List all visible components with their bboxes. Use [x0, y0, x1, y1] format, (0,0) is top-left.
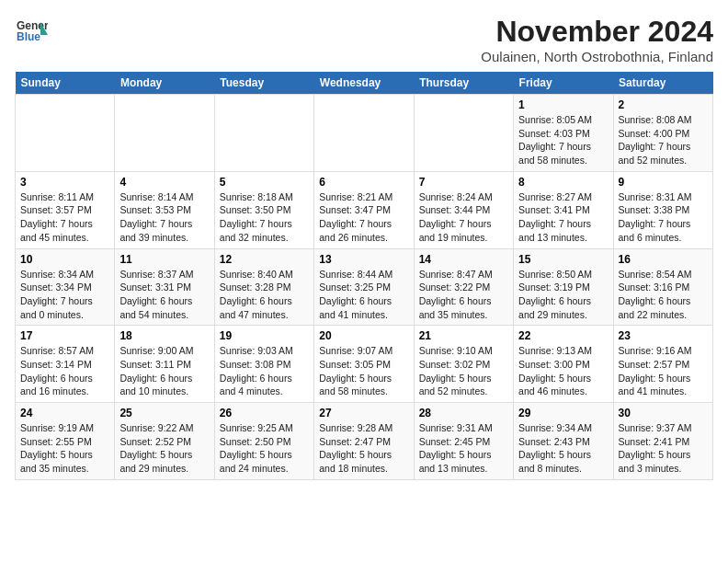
- weekday-header-wednesday: Wednesday: [314, 72, 414, 95]
- day-number: 17: [20, 329, 109, 342]
- calendar-cell: [115, 95, 214, 172]
- day-info: Sunrise: 8:27 AM Sunset: 3:41 PM Dayligh…: [518, 190, 608, 245]
- day-info: Sunrise: 8:34 AM Sunset: 3:34 PM Dayligh…: [20, 268, 109, 322]
- day-info: Sunrise: 8:18 AM Sunset: 3:50 PM Dayligh…: [220, 190, 309, 245]
- calendar-cell: 1Sunrise: 8:05 AM Sunset: 4:03 PM Daylig…: [514, 95, 613, 172]
- day-number: 28: [419, 407, 508, 419]
- month-title: November 2024: [481, 15, 713, 49]
- calendar-cell: 27Sunrise: 9:28 AM Sunset: 2:47 PM Dayli…: [314, 403, 414, 480]
- calendar-cell: 22Sunrise: 9:13 AM Sunset: 3:00 PM Dayli…: [514, 326, 613, 403]
- day-number: 13: [319, 253, 408, 266]
- day-number: 14: [419, 253, 508, 266]
- calendar-cell: 15Sunrise: 8:50 AM Sunset: 3:19 PM Dayli…: [514, 248, 613, 326]
- day-number: 9: [619, 176, 708, 189]
- day-info: Sunrise: 9:10 AM Sunset: 3:02 PM Dayligh…: [419, 344, 508, 398]
- weekday-header-monday: Monday: [115, 72, 214, 95]
- day-info: Sunrise: 8:31 AM Sunset: 3:38 PM Dayligh…: [619, 190, 708, 245]
- calendar-cell: 14Sunrise: 8:47 AM Sunset: 3:22 PM Dayli…: [414, 248, 513, 326]
- calendar-cell: 2Sunrise: 8:08 AM Sunset: 4:00 PM Daylig…: [613, 95, 712, 172]
- day-info: Sunrise: 8:21 AM Sunset: 3:47 PM Dayligh…: [319, 190, 408, 245]
- day-number: 3: [20, 176, 109, 189]
- day-number: 5: [220, 176, 309, 189]
- calendar-cell: 7Sunrise: 8:24 AM Sunset: 3:44 PM Daylig…: [414, 171, 513, 248]
- day-info: Sunrise: 9:22 AM Sunset: 2:52 PM Dayligh…: [119, 421, 209, 476]
- day-info: Sunrise: 8:05 AM Sunset: 4:03 PM Dayligh…: [518, 113, 608, 167]
- day-number: 30: [619, 407, 708, 419]
- calendar-cell: 19Sunrise: 9:03 AM Sunset: 3:08 PM Dayli…: [214, 326, 313, 403]
- day-info: Sunrise: 9:37 AM Sunset: 2:41 PM Dayligh…: [619, 421, 708, 476]
- calendar-cell: 20Sunrise: 9:07 AM Sunset: 3:05 PM Dayli…: [314, 326, 414, 403]
- calendar-cell: 11Sunrise: 8:37 AM Sunset: 3:31 PM Dayli…: [115, 248, 214, 326]
- day-number: 1: [518, 98, 608, 111]
- day-info: Sunrise: 8:08 AM Sunset: 4:00 PM Dayligh…: [619, 113, 708, 167]
- day-info: Sunrise: 8:24 AM Sunset: 3:44 PM Dayligh…: [419, 190, 508, 245]
- location-subtitle: Oulainen, North Ostrobothnia, Finland: [481, 49, 713, 64]
- day-number: 10: [20, 253, 109, 266]
- calendar-cell: [214, 95, 313, 172]
- calendar-cell: 16Sunrise: 8:54 AM Sunset: 3:16 PM Dayli…: [613, 248, 712, 326]
- day-info: Sunrise: 8:57 AM Sunset: 3:14 PM Dayligh…: [20, 344, 109, 398]
- calendar-cell: 17Sunrise: 8:57 AM Sunset: 3:14 PM Dayli…: [16, 326, 115, 403]
- calendar-cell: 4Sunrise: 8:14 AM Sunset: 3:53 PM Daylig…: [115, 171, 214, 248]
- day-info: Sunrise: 8:50 AM Sunset: 3:19 PM Dayligh…: [518, 268, 608, 322]
- calendar-cell: [414, 95, 513, 172]
- calendar-cell: 28Sunrise: 9:31 AM Sunset: 2:45 PM Dayli…: [414, 403, 513, 480]
- calendar-cell: 21Sunrise: 9:10 AM Sunset: 3:02 PM Dayli…: [414, 326, 513, 403]
- day-number: 16: [619, 253, 708, 266]
- day-info: Sunrise: 9:34 AM Sunset: 2:43 PM Dayligh…: [518, 421, 608, 476]
- calendar-cell: 30Sunrise: 9:37 AM Sunset: 2:41 PM Dayli…: [613, 403, 712, 480]
- day-number: 23: [619, 329, 708, 342]
- day-number: 29: [518, 407, 608, 419]
- weekday-header-thursday: Thursday: [414, 72, 513, 95]
- day-number: 26: [220, 407, 309, 419]
- calendar-cell: 8Sunrise: 8:27 AM Sunset: 3:41 PM Daylig…: [514, 171, 613, 248]
- day-number: 7: [419, 176, 508, 189]
- day-number: 22: [518, 329, 608, 342]
- day-number: 4: [119, 176, 209, 189]
- day-number: 20: [319, 329, 408, 342]
- calendar-cell: 10Sunrise: 8:34 AM Sunset: 3:34 PM Dayli…: [16, 248, 115, 326]
- calendar-week-1: 3Sunrise: 8:11 AM Sunset: 3:57 PM Daylig…: [16, 171, 713, 248]
- day-info: Sunrise: 8:11 AM Sunset: 3:57 PM Dayligh…: [20, 190, 109, 245]
- day-info: Sunrise: 9:03 AM Sunset: 3:08 PM Dayligh…: [220, 344, 309, 398]
- weekday-header-tuesday: Tuesday: [214, 72, 313, 95]
- day-number: 6: [319, 176, 408, 189]
- day-info: Sunrise: 9:07 AM Sunset: 3:05 PM Dayligh…: [319, 344, 408, 398]
- calendar-cell: 13Sunrise: 8:44 AM Sunset: 3:25 PM Dayli…: [314, 248, 414, 326]
- day-info: Sunrise: 8:47 AM Sunset: 3:22 PM Dayligh…: [419, 268, 508, 322]
- day-number: 8: [518, 176, 608, 189]
- day-number: 15: [518, 253, 608, 266]
- calendar-cell: 3Sunrise: 8:11 AM Sunset: 3:57 PM Daylig…: [16, 171, 115, 248]
- calendar-cell: 6Sunrise: 8:21 AM Sunset: 3:47 PM Daylig…: [314, 171, 414, 248]
- day-number: 25: [119, 407, 209, 419]
- day-info: Sunrise: 8:54 AM Sunset: 3:16 PM Dayligh…: [619, 268, 708, 322]
- calendar-cell: [16, 95, 115, 172]
- weekday-header-row: SundayMondayTuesdayWednesdayThursdayFrid…: [16, 72, 713, 95]
- calendar-week-2: 10Sunrise: 8:34 AM Sunset: 3:34 PM Dayli…: [16, 248, 713, 326]
- day-number: 18: [119, 329, 209, 342]
- day-info: Sunrise: 9:16 AM Sunset: 2:57 PM Dayligh…: [619, 344, 708, 398]
- logo-icon: General Blue: [15, 15, 48, 48]
- day-number: 27: [319, 407, 408, 419]
- logo: General Blue: [15, 15, 48, 48]
- calendar-cell: 5Sunrise: 8:18 AM Sunset: 3:50 PM Daylig…: [214, 171, 313, 248]
- svg-text:Blue: Blue: [17, 30, 40, 43]
- day-number: 24: [20, 407, 109, 419]
- calendar-cell: 24Sunrise: 9:19 AM Sunset: 2:55 PM Dayli…: [16, 403, 115, 480]
- day-info: Sunrise: 8:37 AM Sunset: 3:31 PM Dayligh…: [119, 268, 209, 322]
- day-number: 12: [220, 253, 309, 266]
- calendar-cell: 29Sunrise: 9:34 AM Sunset: 2:43 PM Dayli…: [514, 403, 613, 480]
- day-info: Sunrise: 9:28 AM Sunset: 2:47 PM Dayligh…: [319, 421, 408, 476]
- calendar-cell: 23Sunrise: 9:16 AM Sunset: 2:57 PM Dayli…: [613, 326, 712, 403]
- day-number: 2: [619, 98, 708, 111]
- calendar-table: SundayMondayTuesdayWednesdayThursdayFrid…: [15, 72, 713, 480]
- calendar-week-4: 24Sunrise: 9:19 AM Sunset: 2:55 PM Dayli…: [16, 403, 713, 480]
- day-number: 19: [220, 329, 309, 342]
- day-info: Sunrise: 9:19 AM Sunset: 2:55 PM Dayligh…: [20, 421, 109, 476]
- calendar-cell: 9Sunrise: 8:31 AM Sunset: 3:38 PM Daylig…: [613, 171, 712, 248]
- day-info: Sunrise: 8:44 AM Sunset: 3:25 PM Dayligh…: [319, 268, 408, 322]
- day-info: Sunrise: 9:13 AM Sunset: 3:00 PM Dayligh…: [518, 344, 608, 398]
- calendar-cell: 12Sunrise: 8:40 AM Sunset: 3:28 PM Dayli…: [214, 248, 313, 326]
- day-info: Sunrise: 9:00 AM Sunset: 3:11 PM Dayligh…: [119, 344, 209, 398]
- weekday-header-friday: Friday: [514, 72, 613, 95]
